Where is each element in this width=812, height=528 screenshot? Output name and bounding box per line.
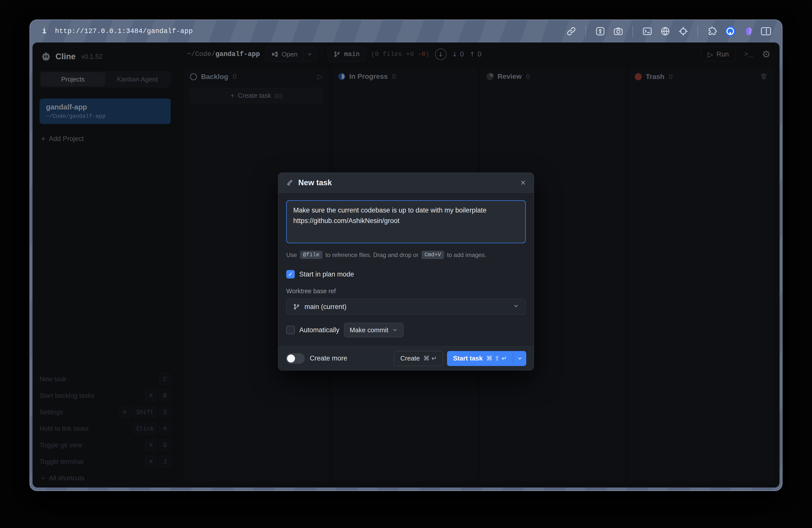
input-hint: Use @file to reference files. Drag and d… <box>286 251 526 259</box>
camera-icon[interactable] <box>613 26 624 36</box>
file-reference-chip: @file <box>300 251 322 259</box>
paste-shortcut-chip: Cmd+V <box>421 251 444 259</box>
titlebar: i http://127.0.0.1:3484/gandalf-app <box>30 20 782 43</box>
modal-footer: Create more Create ⌘ ↵ Start task ⌘ ⇧ ↵ <box>278 346 534 370</box>
modal-body: Make sure the current codebase is up to … <box>278 193 534 346</box>
create-more-label: Create more <box>310 354 347 362</box>
titlebar-separator <box>633 26 633 37</box>
plan-mode-label: Start in plan mode <box>299 270 354 278</box>
pencil-icon <box>286 178 294 187</box>
puzzle-icon[interactable] <box>707 26 717 36</box>
commit-action-label: Make commit <box>350 326 389 334</box>
chevron-down-icon <box>392 327 398 333</box>
close-icon[interactable]: × <box>521 178 526 187</box>
titlebar-separator <box>585 26 586 37</box>
image-icon[interactable] <box>595 26 606 36</box>
create-more-toggle[interactable] <box>286 353 305 364</box>
app-window: i http://127.0.0.1:3484/gandalf-app <box>29 19 783 491</box>
titlebar-separator <box>697 26 698 37</box>
modal-title: New task <box>298 178 332 187</box>
obsidian-icon[interactable] <box>743 26 754 36</box>
git-branch-icon <box>293 303 300 310</box>
new-task-modal: New task × Make sure the current codebas… <box>278 173 534 370</box>
modal-header: New task × <box>278 173 534 193</box>
app-content: Cline v0.1.52 Projects Kanban Agent gand… <box>32 43 780 487</box>
worktree-base-ref-label: Worktree base ref <box>286 288 526 295</box>
onepassword-icon[interactable] <box>725 26 736 36</box>
crosshair-icon[interactable] <box>678 26 688 36</box>
selected-branch: main (current) <box>304 303 347 311</box>
commit-action-dropdown[interactable]: Make commit <box>344 323 404 337</box>
create-button[interactable]: Create ⌘ ↵ <box>394 351 443 366</box>
automatically-checkbox[interactable] <box>286 326 295 334</box>
auto-commit-row: Automatically Make commit <box>286 323 526 337</box>
link-icon[interactable] <box>566 26 577 36</box>
start-task-shortcut: ⌘ ⇧ ↵ <box>486 355 507 362</box>
automatically-label: Automatically <box>299 326 339 334</box>
create-label: Create <box>400 354 420 362</box>
plan-mode-row: ✓ Start in plan mode <box>286 270 526 279</box>
chevron-down-icon[interactable] <box>513 351 526 366</box>
terminal-icon[interactable] <box>642 26 652 36</box>
create-shortcut: ⌘ ↵ <box>423 355 437 362</box>
start-task-label: Start task <box>453 354 483 362</box>
start-task-split-button[interactable]: Start task ⌘ ⇧ ↵ <box>447 351 526 366</box>
split-view-icon[interactable] <box>761 27 771 35</box>
info-icon[interactable]: i <box>42 27 46 35</box>
worktree-base-ref-select[interactable]: main (current) <box>286 299 526 315</box>
chevron-down-icon <box>513 303 519 311</box>
plan-mode-checkbox[interactable]: ✓ <box>286 270 295 279</box>
task-description-input[interactable]: Make sure the current codebase is up to … <box>286 200 526 243</box>
globe-icon[interactable] <box>660 26 670 36</box>
url-text[interactable]: http://127.0.0.1:3484/gandalf-app <box>55 28 193 35</box>
